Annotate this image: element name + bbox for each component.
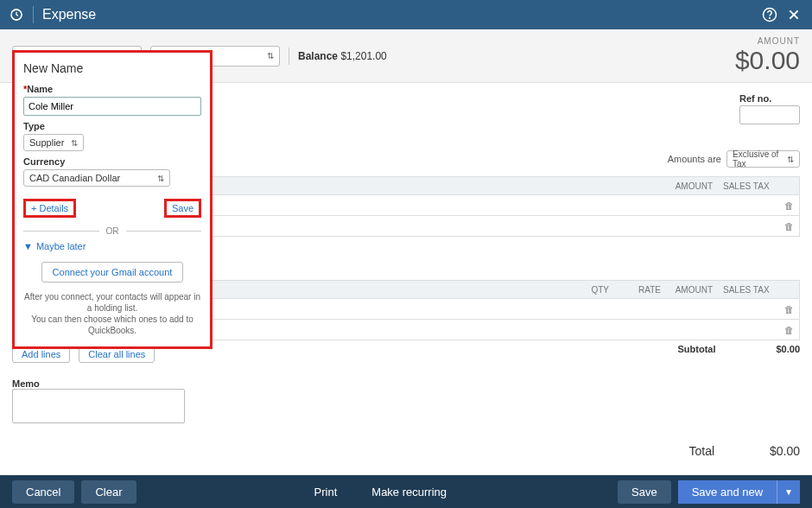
amount-display: AMOUNT $0.00 bbox=[735, 36, 800, 75]
delete-row-icon[interactable]: 🗑 bbox=[778, 200, 799, 211]
amount-caption: AMOUNT bbox=[735, 36, 800, 46]
header-bar: Expense bbox=[0, 0, 812, 29]
print-link[interactable]: Print bbox=[314, 486, 338, 498]
tax-select[interactable]: Exclusive of Tax ⇅ bbox=[726, 150, 800, 168]
close-icon[interactable] bbox=[784, 5, 803, 24]
subtotal-value: $0.00 bbox=[776, 344, 800, 354]
chevron-down-icon[interactable]: ▼ bbox=[777, 480, 800, 504]
total-label: Total bbox=[688, 444, 714, 458]
currency-label: Currency bbox=[23, 156, 201, 167]
col-amount: AMOUNT bbox=[666, 285, 718, 295]
total-value: $0.00 bbox=[770, 444, 800, 458]
subtotal-label: Subtotal bbox=[677, 344, 715, 354]
bottom-bar: Cancel Clear Print Make recurring Save S… bbox=[0, 475, 812, 508]
ref-label: Ref no. bbox=[739, 93, 800, 104]
delete-row-icon[interactable]: 🗑 bbox=[778, 221, 799, 232]
type-label: Type bbox=[23, 121, 201, 131]
name-label: *Name bbox=[23, 84, 201, 94]
save-button[interactable]: Save bbox=[618, 480, 671, 504]
divider bbox=[289, 48, 289, 65]
connect-gmail-button[interactable]: Connect your Gmail account bbox=[41, 262, 184, 283]
save-and-new-button[interactable]: Save and new ▼ bbox=[678, 480, 800, 504]
memo-input[interactable] bbox=[12, 389, 185, 423]
header-divider bbox=[33, 6, 34, 23]
new-name-popup: New Name *Name Type Supplier⇅ Currency C… bbox=[12, 50, 213, 349]
ref-input[interactable] bbox=[739, 105, 800, 124]
chevron-updown-icon: ⇅ bbox=[267, 51, 274, 60]
memo-label: Memo bbox=[12, 378, 800, 389]
col-salestax: SALES TAX bbox=[718, 181, 778, 191]
type-select[interactable]: Supplier⇅ bbox=[23, 134, 84, 151]
col-salestax: SALES TAX bbox=[718, 285, 778, 295]
chevron-updown-icon: ⇅ bbox=[787, 155, 794, 164]
history-icon[interactable] bbox=[9, 7, 24, 22]
currency-select[interactable]: CAD Canadian Dollar⇅ bbox=[23, 169, 170, 187]
balance-label: Balance $1,201.00 bbox=[298, 50, 387, 62]
svg-point-2 bbox=[770, 17, 771, 18]
delete-row-icon[interactable]: 🗑 bbox=[778, 325, 799, 335]
amounts-are-label: Amounts are bbox=[668, 154, 721, 164]
popup-title: New Name bbox=[23, 61, 201, 75]
col-rate: RATE bbox=[614, 285, 666, 295]
help-icon[interactable] bbox=[760, 5, 779, 24]
name-input[interactable] bbox=[23, 97, 201, 116]
amount-value: $0.00 bbox=[735, 46, 800, 75]
popup-note: After you connect, your contacts will ap… bbox=[23, 291, 201, 336]
total-row: Total $0.00 bbox=[688, 444, 800, 458]
cancel-button[interactable]: Cancel bbox=[12, 480, 74, 504]
page-title: Expense bbox=[42, 7, 755, 22]
details-button[interactable]: + Details bbox=[23, 199, 76, 218]
chevron-down-icon: ▼ bbox=[23, 241, 33, 251]
col-qty: QTY bbox=[562, 285, 614, 295]
clear-button[interactable]: Clear bbox=[81, 480, 136, 504]
popup-save-button[interactable]: Save bbox=[164, 199, 201, 218]
or-separator: OR bbox=[23, 226, 201, 236]
delete-row-icon[interactable]: 🗑 bbox=[778, 304, 799, 314]
maybe-later-toggle[interactable]: ▼ Maybe later bbox=[23, 241, 201, 251]
make-recurring-link[interactable]: Make recurring bbox=[371, 486, 447, 498]
col-amount: AMOUNT bbox=[666, 181, 718, 191]
